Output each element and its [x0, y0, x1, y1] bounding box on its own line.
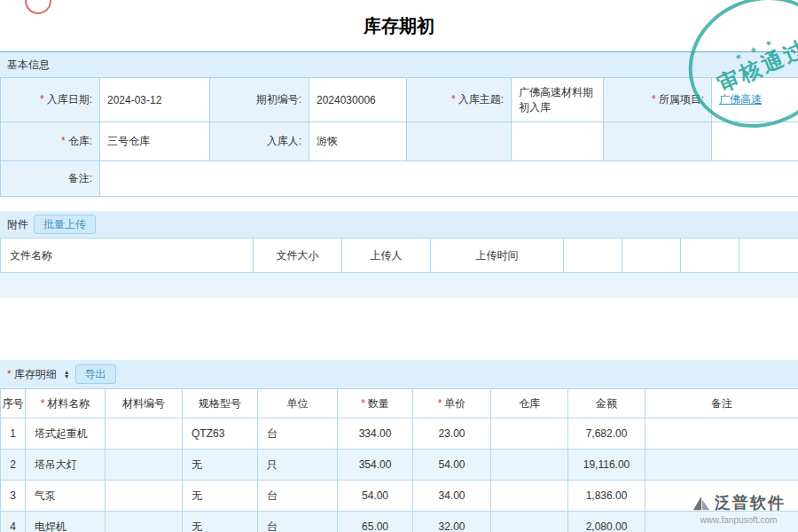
field-value-warehouse: 三号仓库 [100, 122, 210, 161]
detail-table: 序号 *材料名称 材料编号 规格型号 单位 *数量 *单价 仓库 金额 备注 1… [0, 388, 798, 532]
attachments-header-row: 文件名称 文件大小 上传人 上传时间 [1, 239, 798, 273]
detail-row: 1 塔式起重机 QTZ63 台 334.00 23.00 7,682.00 [1, 419, 798, 450]
cell-material-code [106, 419, 183, 450]
col-header-file-size: 文件大小 [254, 239, 342, 273]
title-bar: 库存期初 [0, 0, 798, 52]
label-text: 入库人: [267, 135, 301, 147]
col-header-amount: 金额 [568, 389, 645, 419]
cell-material-code [106, 450, 183, 481]
required-mark: * [41, 397, 45, 410]
field-label-opening-number: 期初编号: [210, 78, 309, 122]
cell-unit: 台 [258, 512, 338, 532]
detail-row: 2 塔吊大灯 无 只 354.00 54.00 19,116.00 [1, 450, 798, 481]
cell-material-name: 电焊机 [26, 512, 106, 532]
cell-spec-model: 无 [183, 481, 258, 512]
col-header-empty [564, 239, 622, 273]
required-mark: * [451, 93, 456, 106]
col-header-warehouse: 仓库 [491, 389, 568, 419]
cell-unit-price: 34.00 [413, 481, 491, 512]
attachments-empty-row [0, 273, 798, 298]
cell-unit-price: 32.00 [413, 512, 491, 532]
cell-quantity: 354.00 [338, 450, 413, 481]
field-label-inbound-date: *入库日期: [1, 78, 100, 122]
field-value-inbound-person: 游恢 [309, 122, 407, 161]
required-mark: * [40, 93, 44, 106]
cell-quantity: 334.00 [338, 419, 413, 450]
col-header-empty [622, 239, 681, 273]
page-title: 库存期初 [364, 14, 434, 38]
cell-warehouse [491, 481, 568, 512]
header-text: 材料名称 [47, 397, 90, 410]
col-header-seq: 序号 [1, 389, 26, 419]
field-label-inbound-subject: *入库主题: [407, 78, 512, 122]
col-header-empty [681, 239, 739, 273]
cell-remark [645, 419, 798, 450]
col-header-material-name: *材料名称 [26, 389, 106, 419]
project-link[interactable]: 广佛高速 [719, 93, 762, 106]
empty-label-cell [407, 122, 512, 161]
detail-header-row: 序号 *材料名称 材料编号 规格型号 单位 *数量 *单价 仓库 金额 备注 [1, 389, 798, 419]
col-header-quantity: *数量 [338, 389, 413, 419]
header-text: 数量 [368, 397, 389, 410]
fanpu-url: www.fanpusoft.com [692, 515, 786, 525]
cell-amount: 1,836.00 [568, 481, 645, 512]
basic-info-row: 备注: [1, 161, 798, 197]
cell-seq: 2 [1, 450, 26, 481]
col-header-unit-price: *单价 [413, 389, 491, 419]
basic-info-title: 基本信息 [7, 58, 50, 73]
empty-label-cell [604, 122, 712, 161]
cell-warehouse [491, 419, 568, 450]
cell-spec-model: 无 [183, 512, 258, 532]
fanpu-logo-icon [692, 494, 711, 513]
label-text: 入库主题: [458, 93, 504, 106]
field-label-remark: 备注: [1, 161, 100, 197]
detail-row: 4 电焊机 无 台 65.00 32.00 2,080.00 [1, 512, 798, 532]
inventory-opening-page: 库存期初 ★ ★ ★ 审核通过 基本信息 *入库日期: 2024-03-12 期… [0, 0, 798, 532]
header-text: 单价 [444, 397, 466, 410]
basic-info-row: *仓库: 三号仓库 入库人: 游恢 [1, 122, 798, 161]
empty-value-cell [712, 122, 798, 161]
label-text: 入库日期: [47, 93, 92, 106]
export-button[interactable]: 导出 [75, 364, 116, 384]
fanpu-brand: 泛普软件 www.fanpusoft.com [692, 492, 786, 525]
basic-info-table: *入库日期: 2024-03-12 期初编号: 2024030006 *入库主题… [0, 77, 798, 197]
cell-amount: 7,682.00 [568, 419, 645, 450]
field-value-inbound-date: 2024-03-12 [100, 78, 210, 122]
sort-icon[interactable]: ▲ ▼ [64, 370, 70, 379]
col-header-material-code: 材料编号 [106, 389, 183, 419]
field-value-project: 广佛高速 [712, 78, 798, 122]
col-header-empty [739, 239, 798, 273]
label-text: 仓库: [68, 135, 92, 147]
field-value-remark [100, 161, 798, 197]
batch-upload-button[interactable]: 批量上传 [34, 215, 96, 234]
field-label-project: *所属项目: [604, 78, 712, 122]
cell-unit: 台 [258, 481, 338, 512]
sort-down-icon: ▼ [64, 374, 70, 379]
field-value-opening-number: 2024030006 [309, 78, 407, 122]
cell-unit-price: 23.00 [413, 419, 491, 450]
cell-seq: 4 [1, 512, 26, 532]
basic-info-row: *入库日期: 2024-03-12 期初编号: 2024030006 *入库主题… [1, 78, 798, 122]
field-label-inbound-person: 入库人: [210, 122, 309, 161]
detail-row: 3 气泵 无 台 54.00 34.00 1,836.00 [1, 481, 798, 512]
required-mark: * [361, 397, 365, 410]
required-mark: * [61, 135, 66, 147]
label-text: 备注: [68, 172, 92, 184]
fanpu-brand-row: 泛普软件 [692, 492, 786, 513]
required-mark: * [652, 93, 656, 106]
attachments-section-header: 附件 批量上传 [0, 211, 798, 238]
cell-material-code [106, 481, 183, 512]
label-text: 所属项目: [659, 93, 704, 106]
cell-material-code [106, 512, 183, 532]
cell-seq: 3 [1, 481, 26, 512]
cell-unit-price: 54.00 [413, 450, 491, 481]
cell-material-name: 塔吊大灯 [26, 450, 106, 481]
cell-warehouse [491, 512, 568, 532]
detail-title: 库存明细 [14, 368, 57, 380]
spacer [0, 197, 798, 211]
attachments-title: 附件 [7, 217, 28, 232]
cell-spec-model: QTZ63 [183, 419, 258, 450]
required-mark: * [7, 368, 12, 380]
col-header-unit: 单位 [258, 389, 338, 419]
cell-unit: 台 [258, 419, 338, 450]
